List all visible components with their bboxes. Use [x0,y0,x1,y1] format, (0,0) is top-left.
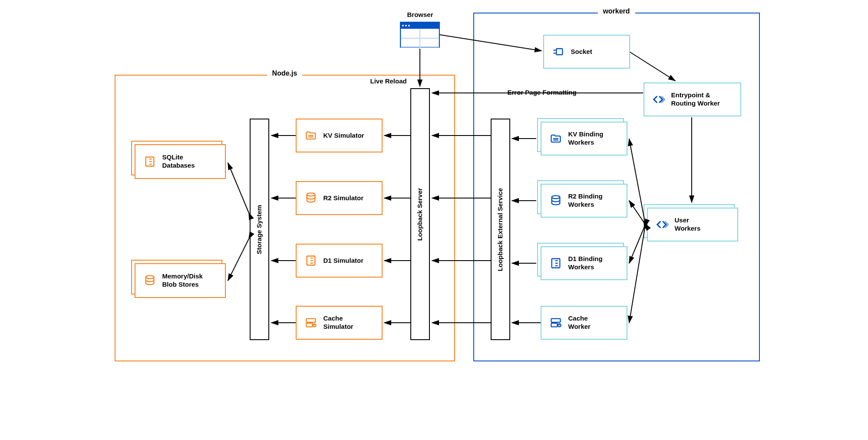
node-entry: Entrypoint & Routing Worker [644,83,741,116]
browser-label: Browser [406,11,435,18]
node-kv-bind: KV Binding Workers [541,122,627,155]
diagram-canvas: Node.js workerd Browser Live Reload Erro… [102,4,766,369]
node-label: Cache Simulator [323,314,353,331]
node-sqlite: SQLite Databases [135,144,226,179]
container-nodejs: Node.js [115,75,455,361]
svg-rect-22 [556,49,562,55]
server-icon [549,257,562,270]
node-label: D1 Binding Workers [568,255,603,271]
node-label: Cache Worker [568,314,591,331]
cache-icon [304,316,317,329]
node-label: Socket [571,48,592,56]
loopback-server: Loopback Server [410,88,430,340]
node-label: R2 Binding Workers [568,192,603,209]
svg-point-27 [551,195,560,198]
svg-rect-35 [551,319,560,322]
container-label-workerd: workerd [597,7,635,15]
storage-system: Storage System [250,119,269,340]
svg-rect-36 [551,323,557,327]
server-icon [304,254,317,267]
node-memdisk: Memory/Disk Blob Stores [135,263,226,298]
edge-live-reload: Live Reload [369,77,409,85]
node-label: D1 Simulator [323,257,364,265]
code-icon [656,218,669,231]
node-label: KV Binding Workers [568,130,604,147]
folder-icon [304,129,317,142]
code-icon [652,93,665,106]
node-user: User Workers [647,208,738,242]
database-icon [304,192,317,205]
node-d1-bind: D1 Binding Workers [541,246,627,280]
node-r2-sim: R2 Simulator [296,181,383,215]
loopback-external: Loopback External Service [491,119,510,340]
node-socket: Socket [543,35,630,69]
node-kv-sim: KV Simulator [296,119,383,152]
svg-point-10 [307,193,315,196]
svg-rect-19 [306,323,312,327]
svg-point-7 [145,275,154,278]
node-label: Memory/Disk Blob Stores [162,272,203,289]
folder-icon [549,132,562,145]
server-icon [143,155,156,168]
node-label: KV Simulator [323,132,364,140]
svg-rect-18 [306,319,315,322]
browser-icon [400,22,440,48]
container-label-nodejs: Node.js [267,69,303,77]
node-label: User Workers [675,216,701,233]
node-cache-worker: Cache Worker [541,306,627,340]
database-icon [143,274,156,287]
cache-icon [549,316,562,329]
node-cache-sim: Cache Simulator [296,306,383,340]
node-label: Entrypoint & Routing Worker [671,91,720,108]
node-label: R2 Simulator [323,194,364,202]
node-label: SQLite Databases [162,153,195,170]
node-d1-sim: D1 Simulator [296,244,383,278]
database-icon [549,194,562,207]
edge-error-page: Error Page Formatting [506,89,578,96]
node-r2-bind: R2 Binding Workers [541,184,627,218]
socket-icon [552,45,565,58]
